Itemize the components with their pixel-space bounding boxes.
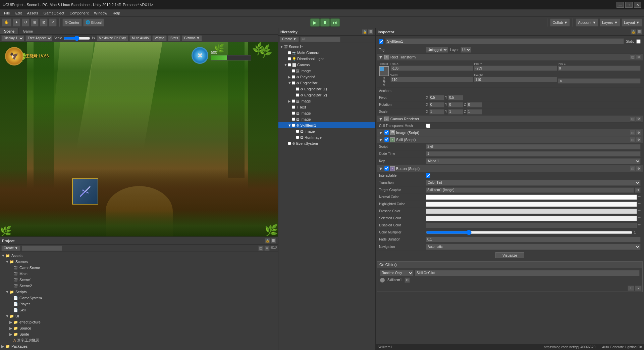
target-graphic-input[interactable] bbox=[426, 187, 634, 193]
collab-button[interactable]: Collab ▼ bbox=[550, 18, 570, 27]
image3-checkbox[interactable] bbox=[292, 112, 295, 115]
scale-x-input[interactable] bbox=[429, 109, 444, 115]
pause-button[interactable]: ⏸ bbox=[320, 18, 330, 27]
image4-checkbox[interactable] bbox=[292, 118, 295, 121]
anchor-widget[interactable] bbox=[379, 66, 389, 76]
highlighted-color-swatch[interactable] bbox=[426, 202, 637, 207]
tag-select[interactable]: Untagged bbox=[426, 47, 448, 53]
project-player-script[interactable]: 📄 Player bbox=[0, 301, 278, 307]
image-copy-btn[interactable]: ◫ bbox=[630, 130, 635, 135]
tool-rect[interactable]: ⊠ bbox=[40, 18, 48, 27]
project-menu-btn[interactable]: ☰ bbox=[271, 238, 276, 244]
tool-rotate[interactable]: ↺ bbox=[22, 18, 30, 27]
disabled-color-swatch[interactable] bbox=[426, 223, 637, 228]
tab-scene[interactable]: Scene bbox=[0, 28, 19, 34]
button-script-header[interactable]: ▼ B Button (Script) ◫ ⚙ bbox=[377, 165, 643, 172]
project-lock-btn[interactable]: 🔒 bbox=[265, 238, 270, 244]
key-select[interactable]: Alpha 1 bbox=[426, 158, 641, 164]
hierarchy-runimage[interactable]: 🖼 RunImage bbox=[278, 134, 375, 140]
normal-color-edit-btn[interactable]: ✏ bbox=[638, 194, 641, 200]
maincam-checkbox[interactable] bbox=[288, 51, 291, 54]
hierarchy-scene1[interactable]: ▼ 🎬 Scene1* bbox=[278, 44, 375, 50]
hierarchy-eventsystem[interactable]: ⚙ EventSystem bbox=[278, 140, 375, 146]
stats-btn[interactable]: Stats bbox=[168, 35, 180, 41]
tool-hand[interactable]: ✋ bbox=[2, 18, 11, 27]
hierarchy-image3[interactable]: 🖼 Image bbox=[278, 110, 375, 116]
hierarchy-search-input[interactable] bbox=[300, 37, 340, 42]
image1-checkbox[interactable] bbox=[292, 69, 295, 73]
display-select[interactable]: Display 1 bbox=[1, 35, 24, 41]
project-font[interactable]: A 造字工房悦圆 bbox=[0, 337, 278, 343]
button-script-checkbox[interactable] bbox=[384, 166, 389, 171]
tool-move[interactable]: ✦ bbox=[13, 18, 20, 27]
hierarchy-maincamera[interactable]: 📷 Main Camera bbox=[278, 50, 375, 56]
maximize-button[interactable]: □ bbox=[625, 2, 633, 8]
skill-script-checkbox[interactable] bbox=[384, 137, 389, 142]
image2-checkbox[interactable] bbox=[292, 99, 295, 103]
onclick-add-btn[interactable]: + bbox=[628, 286, 634, 291]
hierarchy-playerinf[interactable]: ▶ ⚙ PlayerInf bbox=[278, 74, 375, 80]
scale-slider[interactable] bbox=[63, 35, 90, 41]
canvas-checkbox[interactable] bbox=[288, 63, 291, 67]
tab-game[interactable]: Game bbox=[19, 28, 37, 34]
scale-y-input[interactable] bbox=[448, 109, 463, 115]
skill-copy-btn[interactable]: ◫ bbox=[630, 137, 635, 142]
hierarchy-enginebar2[interactable]: ⚙ EngineBar (2) bbox=[278, 92, 375, 98]
visualize-button[interactable]: Visualize bbox=[495, 252, 524, 258]
onclick-runtime-select[interactable]: Runtime Only bbox=[380, 270, 414, 276]
rect-r-btn[interactable]: R bbox=[558, 78, 641, 84]
project-assets-folder[interactable]: ▼ 📁 Assets bbox=[0, 253, 278, 259]
skill-script-header[interactable]: ▼ S Skill (Script) ◫ ⚙ bbox=[377, 136, 643, 143]
skillimage-checkbox[interactable] bbox=[296, 130, 299, 133]
skill-item-icon[interactable] bbox=[72, 178, 98, 205]
project-view-btn1[interactable]: ◫ bbox=[258, 246, 264, 251]
layers-button[interactable]: Layers ▼ bbox=[600, 18, 620, 27]
target-graphic-select-btn[interactable]: ⊙ bbox=[635, 187, 641, 193]
scale-z-input[interactable] bbox=[467, 109, 482, 115]
skillitem1-checkbox[interactable] bbox=[292, 124, 295, 127]
button-copy-btn[interactable]: ◫ bbox=[630, 166, 635, 171]
pressed-color-swatch[interactable] bbox=[426, 209, 637, 214]
project-scene1[interactable]: 🎬 Scene1 bbox=[0, 277, 278, 283]
hierarchy-image4[interactable]: 🖼 Image bbox=[278, 116, 375, 122]
hierarchy-skillimage[interactable]: 🖼 Image bbox=[278, 128, 375, 134]
step-button[interactable]: ⏭ bbox=[330, 18, 340, 27]
image-script-header[interactable]: ▼ 🖼 Image (Script) ◫ ⚙ bbox=[377, 129, 643, 136]
posy-input[interactable] bbox=[474, 65, 557, 71]
project-scenes-folder[interactable]: ▼ 📁 Scenes bbox=[0, 259, 278, 265]
project-gamescene[interactable]: 🎬 GameScene bbox=[0, 265, 278, 271]
selected-color-swatch[interactable] bbox=[426, 216, 637, 221]
hierarchy-create-btn[interactable]: Create ▼ bbox=[280, 37, 299, 42]
project-search-input[interactable] bbox=[22, 246, 62, 251]
onclick-method-input[interactable] bbox=[415, 270, 640, 276]
interactable-checkbox[interactable] bbox=[426, 173, 430, 178]
script-input[interactable] bbox=[426, 144, 641, 149]
inspector-lock-btn[interactable]: 🔒 bbox=[631, 29, 636, 35]
vsync-btn[interactable]: VSync bbox=[152, 35, 167, 41]
menu-help[interactable]: Help bbox=[110, 10, 123, 16]
center-global-toggle[interactable]: ⊙ Center bbox=[62, 18, 82, 27]
text1-checkbox[interactable] bbox=[292, 105, 295, 109]
onclick-remove-btn[interactable]: - bbox=[635, 286, 642, 291]
account-button[interactable]: Account ▼ bbox=[576, 18, 598, 27]
hierarchy-text1[interactable]: T Text bbox=[278, 104, 375, 110]
project-main-scene[interactable]: 🎬 Main bbox=[0, 271, 278, 277]
hierarchy-lock-btn[interactable]: 🔒 bbox=[362, 29, 367, 35]
play-button[interactable]: ▶ bbox=[310, 18, 320, 27]
project-scripts-folder[interactable]: ▼ 📁 Scripts bbox=[0, 289, 278, 295]
project-effect-folder[interactable]: ▶ 📁 effect picture bbox=[0, 319, 278, 325]
hierarchy-image1[interactable]: 🖼 Image bbox=[278, 68, 375, 74]
aspect-select[interactable]: Free Aspect bbox=[25, 35, 52, 41]
hierarchy-enginebar[interactable]: ▼ ⚙ EngineBar bbox=[278, 80, 375, 86]
enginebar1-checkbox[interactable] bbox=[296, 87, 299, 91]
global-toggle[interactable]: 🌐 Global bbox=[83, 18, 104, 27]
project-create-btn[interactable]: Create ▼ bbox=[1, 246, 20, 251]
rect-transform-header[interactable]: ▼ R Rect Transform ◫ ⚙ bbox=[377, 54, 643, 61]
static-checkbox[interactable] bbox=[636, 39, 641, 44]
runimage-checkbox[interactable] bbox=[296, 136, 299, 139]
posz-input[interactable] bbox=[558, 65, 641, 71]
rot-z-input[interactable] bbox=[467, 102, 482, 107]
highlighted-color-edit-btn[interactable]: ✏ bbox=[638, 202, 641, 207]
gizmos-btn[interactable]: Gizmos ▼ bbox=[182, 35, 202, 41]
menu-window[interactable]: Window bbox=[91, 10, 110, 16]
